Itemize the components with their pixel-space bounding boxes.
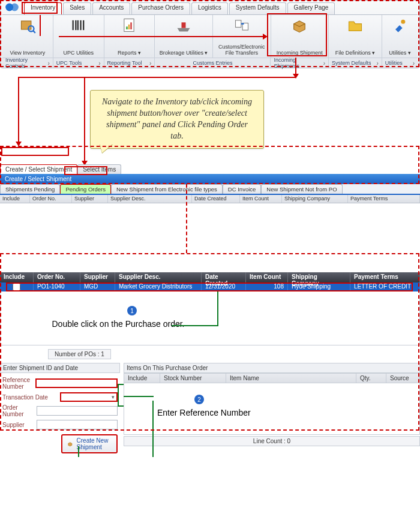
th-suppdesc[interactable]: Supplier Desc. — [115, 272, 202, 282]
order-number-label: Order Number — [2, 404, 34, 417]
panel-top-tabs: Create / Select Shipment Select Items — [0, 164, 420, 174]
rg-label: Reports ▾ — [118, 50, 141, 56]
folder-icon — [347, 17, 364, 33]
subtab-dc-invoice[interactable]: DC Invoice — [223, 184, 261, 194]
subtab-new-not-from-po[interactable]: New Shipment Not from PO — [261, 184, 342, 194]
svg-point-1 — [11, 4, 19, 11]
gh-source: Source — [386, 374, 419, 383]
td-payterms: LETTER OF CREDIT — [350, 282, 420, 291]
app-logo — [4, 0, 20, 15]
foot-system-defaults[interactable]: System Defaults — [329, 58, 382, 68]
svg-point-17 — [401, 20, 406, 24]
create-new-shipment-button[interactable]: Create New Shipment — [61, 434, 118, 453]
tab-sales[interactable]: Sales — [63, 2, 91, 14]
rg-label: Brokerage Utilities ▾ — [160, 50, 208, 56]
tab-accounts[interactable]: Accounts — [92, 2, 130, 14]
step3-line-v — [152, 401, 154, 457]
rg-utilities[interactable]: Utilities ▾ — [382, 15, 418, 58]
foot-customs[interactable]: Customs Entries — [155, 58, 271, 68]
panel-tab-create-select[interactable]: Create / Select Shipment — [0, 164, 77, 174]
ribbon-foot: Inventory Controls UPC Tools Reporting T… — [2, 58, 418, 68]
bracket-inputs — [118, 384, 124, 407]
th-shipco[interactable]: Shipping Company — [288, 272, 350, 282]
foot-incoming-shipments[interactable]: Incoming Shipments — [271, 58, 329, 68]
panel-strip: Create / Select Shipment Select Items Cr… — [0, 164, 420, 203]
ps-h-count: Item Count — [240, 195, 282, 203]
transfer-icon — [233, 17, 250, 33]
ref-number-label: Reference Number — [2, 377, 33, 390]
gh-qty: Qty. — [356, 374, 386, 383]
td-shipco: Hyde Shipping — [288, 282, 350, 291]
tab-gallery[interactable]: Gallery Page — [287, 2, 335, 14]
panel-tab-select-items[interactable]: Select Items — [77, 164, 121, 174]
foot-upc-tools[interactable]: UPC Tools — [53, 58, 104, 68]
include-checkbox[interactable] — [13, 283, 20, 291]
rg-upc-utilities[interactable]: UPC Utilities — [53, 15, 104, 58]
rg-reports[interactable]: Reports ▾ — [104, 15, 155, 58]
foot-inventory-controls[interactable]: Inventory Controls — [2, 58, 53, 68]
po-table-body — [0, 291, 420, 345]
rg-view-inventory[interactable]: View Inventory — [2, 15, 53, 58]
annot-line-seg2 — [18, 77, 296, 78]
ribbon-body: View Inventory UPC Utilities Reports ▾ B… — [2, 14, 418, 58]
tab-logistics[interactable]: Logistics — [191, 2, 228, 14]
td-include[interactable] — [0, 282, 34, 291]
td-supplier: MGD — [80, 282, 115, 291]
transaction-date-input[interactable] — [60, 392, 118, 402]
tab-system-defaults[interactable]: System Defaults — [229, 2, 286, 14]
step-1-text: Double click on the Purchase order. — [49, 319, 187, 329]
svg-rect-11 — [127, 26, 128, 29]
panel-sub-tabs: Shipments Pending Pending Orders New Shi… — [0, 184, 420, 195]
line-count-label: Line Count : 0 — [124, 436, 420, 446]
report-icon — [121, 17, 137, 33]
annot-dash-connector — [186, 184, 187, 253]
subtab-new-from-electronic[interactable]: New Shipment from Electronic file types — [111, 184, 223, 194]
annot-arrow-to-pending — [84, 77, 85, 164]
shipment-form-body: Reference Number Transaction Date Order … — [0, 373, 120, 457]
ship-icon — [175, 17, 192, 33]
shipment-form: Enter Shipment ID and Date Reference Num… — [0, 363, 120, 457]
rg-customs[interactable]: Customs/Electronic File Transfers — [213, 15, 271, 58]
po-table-header: Include Order No. Supplier Supplier Desc… — [0, 272, 420, 282]
th-supplier[interactable]: Supplier — [80, 272, 115, 282]
barcode-icon — [70, 17, 87, 33]
step-1-line-v — [217, 291, 218, 326]
rg-label: UPC Utilities — [63, 50, 94, 56]
svg-rect-13 — [131, 22, 132, 29]
tab-inventory[interactable]: Inventory — [24, 2, 62, 14]
th-payterms[interactable]: Payment Terms — [350, 272, 420, 282]
main-block: Include Order No. Supplier Supplier Desc… — [0, 272, 420, 457]
step-2-badge: 2 — [194, 395, 204, 404]
create-btn-label: Create New Shipment — [77, 437, 112, 450]
subtab-shipments-pending[interactable]: Shipments Pending — [0, 184, 60, 194]
td-date: 12/31/2020 — [202, 282, 246, 291]
order-number-field — [37, 406, 118, 416]
th-include: Include — [0, 272, 34, 282]
box-search-icon — [19, 17, 36, 33]
rg-label: View Inventory — [10, 50, 45, 56]
supplier-label: Supplier — [2, 422, 34, 428]
rg-brokerage[interactable]: Brokerage Utilities ▾ — [155, 15, 213, 58]
th-itemcount[interactable]: Item Count — [246, 272, 288, 282]
rg-incoming-shipment[interactable]: Incoming Shipment — [271, 15, 329, 58]
rg-file-definitions[interactable]: File Definitions ▾ — [329, 15, 382, 58]
instruction-callout: Navigate to the Inventory tab/click inco… — [90, 90, 264, 149]
tab-purchase-orders[interactable]: Purchase Orders — [131, 2, 190, 14]
foot-utilities[interactable]: Utilities — [382, 58, 418, 68]
th-orderno[interactable]: Order No. — [34, 272, 80, 282]
ribbon-tabs: Inventory Sales Accounts Purchase Orders… — [24, 2, 418, 14]
supplier-field — [37, 420, 118, 429]
tools-icon — [391, 17, 408, 33]
po-table-row[interactable]: PO1-1040 MGD Market Grocery Distributors… — [0, 282, 420, 291]
ref-number-input[interactable] — [35, 378, 118, 388]
th-date[interactable]: Date Created — [202, 272, 246, 282]
ps-h-suppdesc: Supplier Desc. — [108, 195, 192, 203]
td-itemcount: 108 — [246, 282, 288, 291]
open-box-icon — [291, 17, 308, 33]
foot-reporting[interactable]: Reporting Tool — [104, 58, 155, 68]
svg-rect-15 — [235, 20, 241, 28]
ps-h-date: Date Created — [192, 195, 240, 203]
svg-line-4 — [33, 31, 35, 33]
annot-arrow-to-create-select — [18, 77, 19, 145]
subtab-pending-orders[interactable]: Pending Orders — [60, 184, 111, 194]
